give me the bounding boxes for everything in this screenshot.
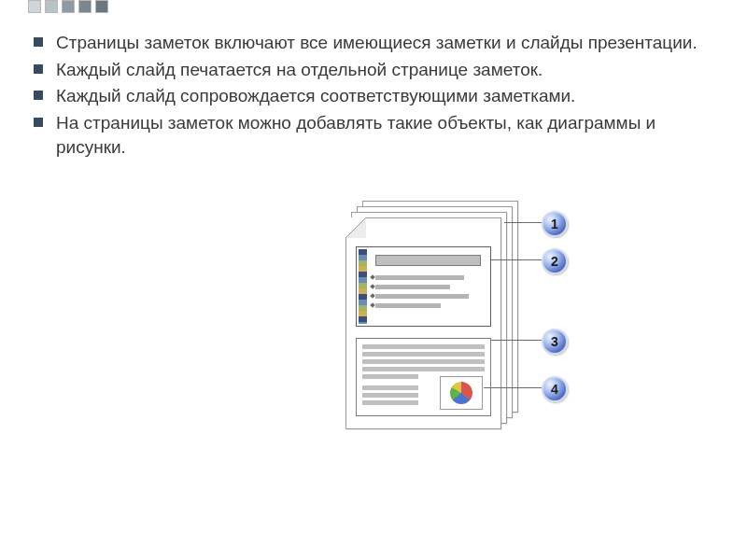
front-page-icon [345, 217, 501, 429]
bullet-marker-icon [34, 37, 43, 47]
notes-placeholder [356, 338, 491, 416]
callout-number: 2 [551, 254, 558, 269]
page-fold-icon [345, 217, 366, 238]
callout-number: 1 [551, 217, 558, 231]
notes-chart-object-icon [440, 376, 483, 410]
bullet-text: Каждый слайд сопровождается соответствую… [56, 84, 719, 108]
callout-badge: 2 [542, 248, 568, 274]
main-content: Страницы заметок включают все имеющиеся … [34, 28, 719, 161]
bullet-marker-icon [34, 118, 43, 127]
bullet-item: Каждый слайд печатается на отдельной стр… [34, 58, 719, 82]
header-decor-squares [28, 0, 108, 13]
bullet-list: Страницы заметок включают все имеющиеся … [34, 31, 719, 159]
slide-thumbnail [356, 246, 491, 327]
callout-line-icon [491, 259, 542, 260]
bullet-text: На страницы заметок можно добавлять таки… [56, 111, 719, 159]
callout-line-icon [491, 340, 542, 341]
bullet-text: Каждый слайд печатается на отдельной стр… [56, 58, 719, 82]
callout-number: 3 [551, 334, 558, 349]
callout-badge: 1 [542, 211, 568, 237]
slide-title-placeholder-icon [375, 255, 481, 266]
callout-badge: 4 [542, 376, 568, 402]
pie-chart-icon [450, 382, 472, 404]
bullet-item: Страницы заметок включают все имеющиеся … [34, 31, 719, 55]
bullet-item: На страницы заметок можно добавлять таки… [34, 111, 719, 159]
callout-badge: 3 [542, 329, 568, 355]
callout-line-icon [504, 222, 542, 223]
notes-page-diagram: 1 2 3 4 [345, 201, 588, 443]
bullet-marker-icon [34, 64, 43, 74]
slide-color-strip-icon [359, 249, 367, 324]
callout-number: 4 [551, 382, 558, 397]
callout-line-icon [484, 387, 542, 388]
bullet-marker-icon [34, 91, 43, 100]
bullet-text: Страницы заметок включают все имеющиеся … [56, 31, 719, 55]
bullet-item: Каждый слайд сопровождается соответствую… [34, 84, 719, 108]
